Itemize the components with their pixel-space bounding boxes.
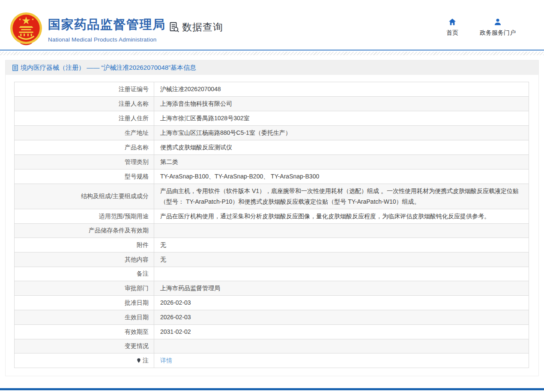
table-row: 批准日期2026-02-03	[15, 295, 529, 310]
home-icon	[448, 18, 457, 26]
row-label: 注册人名称	[15, 97, 154, 111]
row-value	[154, 339, 529, 353]
table-row: 产品储存条件及有效期	[15, 223, 529, 238]
header-nav: 首页 政务服务门户	[446, 18, 516, 37]
hatched-divider	[0, 52, 544, 55]
table-row: 注册人住所上海市徐汇区番禺路1028号302室	[15, 111, 529, 125]
site-header: 国家药品监督管理局 National Medical Products Admi…	[0, 0, 544, 50]
footer-accent-bar	[0, 388, 544, 390]
row-label: 批准日期	[15, 296, 154, 310]
row-value: 无	[154, 238, 529, 252]
row-label: 变更情况	[15, 339, 154, 353]
row-label: 适用范围/预期用途	[15, 209, 154, 223]
table-row: 审批部门上海市药品监督管理局	[15, 281, 529, 295]
table-row: 生产地址上海市宝山区江杨南路880号C5-1室（委托生产）	[15, 125, 529, 140]
row-label: 管理类别	[15, 155, 154, 169]
row-label: 注册人住所	[15, 111, 154, 125]
pin-icon	[136, 358, 141, 363]
row-label: 型号规格	[15, 169, 154, 184]
row-label: 审批部门	[15, 281, 154, 295]
row-label: 其他内容	[15, 252, 154, 267]
row-value: 上海市徐汇区番禺路1028号302室	[154, 111, 529, 125]
table-row: 结构及组成/主要组成成分产品由主机，专用软件（软件版本 V1），底座腕带和一次性…	[15, 184, 529, 209]
nav-gov-portal-label: 政务服务门户	[480, 29, 516, 37]
national-emblem-icon	[9, 12, 43, 46]
page-title-bar: 境内医疗器械（注册） —— “沪械注准20262070048”基本信息	[6, 60, 538, 75]
table-row: 备注	[15, 267, 529, 281]
row-value: 上海市宝山区江杨南路880号C5-1室（委托生产）	[154, 126, 529, 140]
table-row: 附件无	[15, 238, 529, 252]
row-label: 生产地址	[15, 126, 154, 140]
brand-subtitle: National Medical Products Administration	[48, 36, 166, 43]
row-label: 产品名称	[15, 140, 154, 154]
row-value: TY-AraSnap-B100、TY-AraSnap-B200、 TY-AraS…	[154, 169, 529, 184]
page-title: 境内医疗器械（注册） —— “沪械注准20262070048”基本信息	[21, 64, 196, 72]
row-label: 附件	[15, 238, 154, 252]
row-label: 有效期至	[15, 325, 154, 339]
row-value: 第二类	[154, 155, 529, 169]
user-icon	[493, 18, 502, 26]
info-table: 注册证编号沪械注准20262070048注册人名称上海添音生物科技有限公司注册人…	[14, 82, 529, 368]
row-value: 2026-02-03	[154, 296, 529, 310]
row-value	[154, 224, 529, 238]
row-value: 详情	[154, 353, 529, 368]
data-query-label: 数据查询	[182, 21, 223, 34]
data-query-section[interactable]: 数据查询	[168, 21, 223, 34]
nav-home-label: 首页	[446, 29, 458, 37]
table-row: 生效日期2026-02-03	[15, 310, 529, 324]
table-row: 注详情	[15, 353, 529, 368]
row-value: 上海市药品监督管理局	[154, 281, 529, 295]
table-row: 型号规格TY-AraSnap-B100、TY-AraSnap-B200、 TY-…	[15, 169, 529, 184]
table-row: 注册证编号沪械注准20262070048	[15, 82, 529, 96]
row-label: 产品储存条件及有效期	[15, 224, 154, 238]
table-row: 产品名称便携式皮肤烟酸反应测试仪	[15, 140, 529, 154]
row-label: 注	[15, 353, 154, 368]
brand-title: 国家药品监督管理局	[48, 16, 166, 33]
row-value: 便携式皮肤烟酸反应测试仪	[154, 140, 529, 154]
table-row: 适用范围/预期用途产品在医疗机构使用，通过采集和分析皮肤烟酸反应图像，量化皮肤烟…	[15, 209, 529, 223]
nav-item-gov-portal[interactable]: 政务服务门户	[480, 18, 516, 37]
detail-link[interactable]: 详情	[160, 355, 172, 366]
nav-item-home[interactable]: 首页	[446, 18, 458, 37]
row-value: 沪械注准20262070048	[154, 82, 529, 96]
row-label: 注册证编号	[15, 82, 154, 96]
row-value	[154, 267, 529, 281]
table-row: 变更情况	[15, 339, 529, 353]
table-row: 管理类别第二类	[15, 154, 529, 169]
row-value: 2026-02-03	[154, 310, 529, 324]
row-label: 生效日期	[15, 310, 154, 324]
brand-logo[interactable]: 国家药品监督管理局 National Medical Products Admi…	[48, 16, 166, 43]
row-value: 无	[154, 252, 529, 267]
table-row: 其他内容无	[15, 252, 529, 267]
content-panel: 境内医疗器械（注册） —— “沪械注准20262070048”基本信息 注册证编…	[5, 60, 539, 376]
document-icon	[12, 65, 18, 71]
row-label: 结构及组成/主要组成成分	[15, 184, 154, 209]
row-value: 2031-02-02	[154, 325, 529, 339]
table-row: 注册人名称上海添音生物科技有限公司	[15, 96, 529, 111]
table-row: 有效期至2031-02-02	[15, 324, 529, 339]
doc-search-icon	[168, 21, 180, 33]
row-value: 产品由主机，专用软件（软件版本 V1），底座腕带和一次性使用耗材（选配）组成 。…	[154, 184, 529, 209]
row-value: 上海添音生物科技有限公司	[154, 97, 529, 111]
row-label: 备注	[15, 267, 154, 281]
row-value: 产品在医疗机构使用，通过采集和分析皮肤烟酸反应图像，量化皮肤烟酸反应程度，为临床…	[154, 209, 529, 223]
